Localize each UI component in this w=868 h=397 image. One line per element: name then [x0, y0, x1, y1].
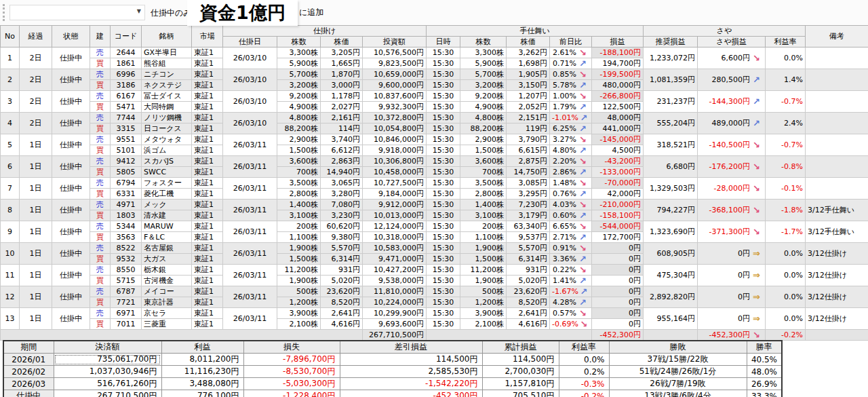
cell-zenjitsuhi-value: 0.91% [552, 244, 576, 252]
col-header-keika[interactable]: 経過 [20, 26, 52, 48]
col-header-saya-soneki[interactable]: さや損益 [698, 37, 766, 48]
summary-cell-settle[interactable]: 735,061,700円 [54, 354, 161, 366]
summary-cell-settle[interactable]: 1,037,030,946円 [54, 366, 161, 378]
summary-col-header-5[interactable]: 累計損益 [482, 341, 559, 354]
summary-col-header-8[interactable]: 勝率 [747, 341, 782, 354]
cell-meigara: メイコー [142, 286, 192, 297]
col-header-kabuka2[interactable]: 株価 [507, 37, 550, 48]
summary-cell-loss[interactable]: -7,896,700円 [243, 354, 340, 366]
add-to-button[interactable]: に追加 [299, 7, 323, 18]
summary-cell-win[interactable]: 26.9% [747, 378, 782, 390]
summary-cell-net[interactable]: 2,585,530円 [340, 366, 482, 378]
cell-meigara: ノリツ鋼機 [142, 113, 192, 124]
summary-cell-record[interactable]: 13戦/3勝/6敗/4分 [609, 390, 747, 397]
summary-cell-profit[interactable]: 11,116,230円 [161, 366, 243, 378]
summary-row[interactable]: 2026/01735,061,700円8,011,200円-7,896,700円… [3, 354, 782, 366]
cell-kabusu: 700株 [277, 167, 321, 178]
summary-col-header-2[interactable]: 利益 [161, 341, 243, 354]
summary-cell-profit[interactable]: 8,011,200円 [161, 354, 243, 366]
summary-cell-net[interactable]: -1,542,220円 [340, 378, 482, 390]
position-row-sell[interactable]: 42日仕掛中売7744ノリツ鋼機東証126/03/104,800株2,161円1… [1, 113, 868, 124]
summary-cell-settle[interactable]: 267,710,500円 [54, 390, 161, 397]
summary-col-header-3[interactable]: 損失 [243, 341, 340, 354]
summary-col-header-4[interactable]: 差引損益 [340, 341, 482, 354]
position-row-sell[interactable]: 71日仕掛中売6794フォスター東証126/03/113,500株3,065円1… [1, 178, 868, 189]
col-header-kabuka[interactable]: 株価 [321, 37, 363, 48]
cell-kabusu: 88,200株 [277, 124, 321, 134]
summary-cell-period[interactable]: 2026/02 [3, 366, 54, 378]
summary-cell-cum[interactable]: 705,510円 [482, 390, 559, 397]
col-header-biko[interactable]: 備考 [806, 26, 868, 48]
summary-cell-rate[interactable]: 0.0% [559, 354, 609, 366]
summary-cell-record[interactable]: 51戦/24勝/26敗/1分 [609, 366, 747, 378]
position-row-sell[interactable]: 51日仕掛中売9551メタウォタ東証126/03/112,900株3,740円1… [1, 134, 868, 145]
toolbar-grip-handle[interactable] [3, 4, 5, 21]
col-header-nichiji[interactable]: 日時 [427, 37, 460, 48]
cell-suisho: 794,227円 [644, 200, 698, 221]
summary-row[interactable]: 仕掛中267,710,500円776,100円-1,228,400円-452,3… [3, 390, 782, 397]
col-header-suisho[interactable]: 推奨損益 [644, 37, 698, 48]
cell-tate-sell: 売 [90, 178, 111, 189]
summary-cell-win[interactable]: 40.5% [747, 354, 782, 366]
col-header-toshigaku[interactable]: 投資額 [363, 37, 427, 48]
col-header-code[interactable]: コード [111, 26, 142, 48]
summary-col-header-7[interactable]: 勝敗 [609, 341, 747, 354]
position-row-sell[interactable]: 101日仕掛中売8522名古屋銀東証126/03/111,900株5,570円1… [1, 243, 868, 254]
position-row-sell[interactable]: 61日仕掛中売9412スカパJS東証126/03/113,600株2,863円1… [1, 156, 868, 167]
summary-cell-settle[interactable]: 516,761,260円 [54, 378, 161, 390]
col-header-kabusu2[interactable]: 株数 [460, 37, 507, 48]
col-header-kabusu[interactable]: 株数 [277, 37, 321, 48]
summary-cell-loss[interactable]: -8,530,700円 [243, 366, 340, 378]
cell-toshigaku: 12,124,000円 [363, 221, 427, 232]
col-header-shikakebi[interactable]: 仕掛日 [223, 37, 277, 48]
summary-cell-period[interactable]: 2026/01 [3, 354, 54, 366]
summary-cell-record[interactable]: 37戦/15勝/22敗 [609, 354, 747, 366]
position-row-sell[interactable]: 22日仕掛中売6996ニチコン東証126/03/105,700株1,870円10… [1, 69, 868, 80]
col-header-zenjitsuhi[interactable]: 前日比 [550, 37, 592, 48]
summary-cell-net[interactable]: -452,300円 [340, 390, 482, 397]
cell-shijo: 東証1 [192, 308, 223, 319]
summary-cell-loss[interactable]: -5,030,300円 [243, 378, 340, 390]
summary-cell-cum[interactable]: 114,500円 [482, 354, 559, 366]
col-header-riekiritsu[interactable]: 利益率 [766, 37, 806, 48]
col-header-jotai[interactable]: 状態 [52, 26, 90, 48]
cell-soneki: 0円 [592, 319, 644, 330]
cell-code: 6331 [111, 189, 142, 200]
cell-exit-kabuka: 8,520円 [507, 297, 550, 308]
position-row-sell[interactable]: 131日仕掛中売6971京セラ東証126/03/113,900株2,641円10… [1, 308, 868, 319]
summary-cell-profit[interactable]: 3,488,080円 [161, 378, 243, 390]
position-row-sell[interactable]: 81日仕掛中売4971メック東証126/03/111,400株7,080円9,9… [1, 200, 868, 210]
summary-cell-rate[interactable]: -0.2% [559, 390, 609, 397]
summary-cell-win[interactable]: 33.3% [747, 390, 782, 397]
summary-cell-profit[interactable]: 776,100円 [161, 390, 243, 397]
summary-cell-rate[interactable]: 0.2% [559, 366, 609, 378]
summary-col-header-6[interactable]: 利益率 [559, 341, 609, 354]
col-header-shijo[interactable]: 市場 [192, 26, 223, 48]
position-row-sell[interactable]: 121日仕掛中売6787メイコー東証126/03/11500株23,620円11… [1, 286, 868, 297]
summary-cell-period[interactable]: 仕掛中 [3, 390, 54, 397]
col-header-tate[interactable]: 建 [90, 26, 111, 48]
summary-col-header-0[interactable]: 期間 [3, 341, 54, 354]
summary-row[interactable]: 2026/021,037,030,946円11,116,230円-8,530,7… [3, 366, 782, 378]
summary-col-header-1[interactable]: 決済額 [54, 341, 161, 354]
cell-shijo: 東証1 [192, 200, 223, 210]
summary-cell-loss[interactable]: -1,228,400円 [243, 390, 340, 397]
strategy-combobox[interactable]: ▼ [9, 5, 145, 20]
cell-toshigaku: 9,912,000円 [363, 200, 427, 210]
position-row-sell[interactable]: 32日仕掛中売6167冨士ダイス東証126/03/109,200株1,178円1… [1, 91, 868, 102]
summary-row[interactable]: 2026/03516,761,260円3,488,080円-5,030,300円… [3, 378, 782, 390]
summary-cell-rate[interactable]: -0.3% [559, 378, 609, 390]
summary-cell-cum[interactable]: 1,157,810円 [482, 378, 559, 390]
col-header-soneki[interactable]: 損益 [592, 37, 644, 48]
summary-cell-net[interactable]: 114,500円 [340, 354, 482, 366]
cell-shijo: 東証1 [192, 243, 223, 254]
col-header-meigara[interactable]: 銘柄 [142, 26, 192, 48]
summary-cell-period[interactable]: 2026/03 [3, 378, 54, 390]
summary-cell-win[interactable]: 48.0% [747, 366, 782, 378]
position-row-sell[interactable]: 12日仕掛中売2644GX半導日東証126/03/103,300株3,205円1… [1, 48, 868, 58]
summary-cell-record[interactable]: 26戦/7勝/19敗 [609, 378, 747, 390]
summary-cell-cum[interactable]: 2,700,030円 [482, 366, 559, 378]
col-header-no[interactable]: No [1, 26, 20, 48]
position-row-sell[interactable]: 91日仕掛中売5344MARUW東証126/03/11200株60,620円12… [1, 221, 868, 232]
position-row-sell[interactable]: 111日仕掛中売8550栃木銀東証126/03/1111,200株931円10,… [1, 265, 868, 276]
